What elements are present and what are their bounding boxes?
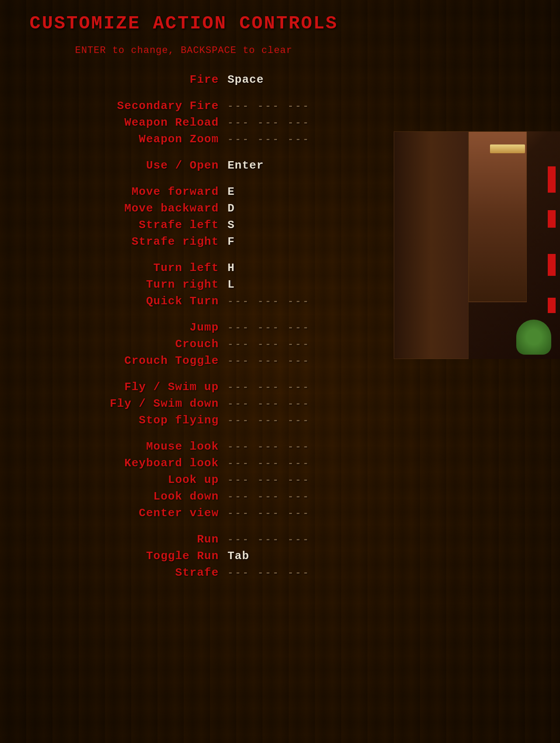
control-row[interactable]: Quick Turn--- --- ---	[18, 293, 350, 310]
action-name: Strafe right	[18, 235, 228, 248]
spacer-row	[18, 521, 350, 531]
wall-accent-2	[548, 210, 556, 228]
action-name: Move forward	[18, 185, 228, 198]
control-row[interactable]: Crouch--- --- ---	[18, 336, 350, 352]
control-row[interactable]: Move backwardD	[18, 200, 350, 217]
key-binding: --- --- ---	[228, 134, 315, 145]
action-name: Secondary Fire	[18, 99, 228, 113]
main-content: Customize Action Controls ENTER to chang…	[0, 0, 368, 743]
key-binding: --- --- ---	[228, 382, 315, 393]
viewport-scene	[394, 131, 560, 359]
control-row[interactable]: Strafe rightF	[18, 233, 350, 250]
key-binding: F	[228, 235, 315, 248]
key-binding: --- --- ---	[228, 356, 315, 366]
control-row[interactable]: Toggle RunTab	[18, 548, 350, 564]
wall-accent-4	[548, 298, 556, 313]
action-name: Center view	[18, 507, 228, 520]
spacer-row	[18, 310, 350, 319]
wall-panel-left	[394, 131, 469, 359]
action-name: Weapon Reload	[18, 116, 228, 129]
action-name: Look up	[18, 473, 228, 486]
spacer-row	[18, 429, 350, 438]
control-row[interactable]: Fly / Swim up--- --- ---	[18, 379, 350, 395]
control-row[interactable]: Weapon Reload--- --- ---	[18, 114, 350, 131]
key-binding: Enter	[228, 159, 315, 172]
action-name: Fire	[18, 73, 228, 86]
key-binding: --- --- ---	[228, 339, 315, 350]
wall-panel-back	[469, 131, 527, 302]
key-binding: --- --- ---	[228, 475, 315, 486]
action-name: Fly / Swim up	[18, 380, 228, 394]
action-name: Crouch Toggle	[18, 354, 228, 367]
spacer-row	[18, 88, 350, 98]
page-title: Customize Action Controls	[18, 13, 350, 34]
spacer-row	[18, 369, 350, 379]
action-name: Keyboard look	[18, 457, 228, 470]
action-name: Toggle Run	[18, 549, 228, 563]
control-row[interactable]: Turn rightL	[18, 276, 350, 293]
key-binding: S	[228, 218, 315, 232]
action-name: Turn right	[18, 278, 228, 291]
control-row[interactable]: Crouch Toggle--- --- ---	[18, 352, 350, 369]
action-name: Fly / Swim down	[18, 397, 228, 410]
subtitle: ENTER to change, BACKSPACE to clear	[18, 45, 350, 56]
key-binding: --- --- ---	[228, 322, 315, 333]
spacer-row	[18, 148, 350, 157]
action-name: Move backward	[18, 202, 228, 215]
control-row[interactable]: Use / OpenEnter	[18, 157, 350, 174]
action-name: Run	[18, 533, 228, 546]
key-binding: --- --- ---	[228, 567, 315, 578]
action-name: Weapon Zoom	[18, 133, 228, 146]
control-row[interactable]: Strafe leftS	[18, 217, 350, 233]
controls-list: FireSpaceSecondary Fire--- --- ---Weapon…	[18, 71, 350, 581]
key-binding: --- --- ---	[228, 415, 315, 426]
key-binding: E	[228, 185, 315, 198]
key-binding: --- --- ---	[228, 458, 315, 469]
action-name: Look down	[18, 490, 228, 503]
key-binding: H	[228, 261, 315, 275]
key-binding: --- --- ---	[228, 491, 315, 502]
key-binding: --- --- ---	[228, 508, 315, 519]
action-name: Strafe left	[18, 218, 228, 232]
key-binding: Space	[228, 73, 315, 86]
control-row[interactable]: Stop flying--- --- ---	[18, 412, 350, 429]
key-binding: --- --- ---	[228, 101, 315, 112]
action-name: Mouse look	[18, 440, 228, 453]
action-name: Quick Turn	[18, 295, 228, 308]
key-binding: --- --- ---	[228, 398, 315, 409]
ceiling-light	[490, 144, 525, 153]
control-row[interactable]: Weapon Zoom--- --- ---	[18, 131, 350, 148]
control-row[interactable]: Center view--- --- ---	[18, 505, 350, 521]
key-binding: Tab	[228, 549, 315, 563]
action-name: Use / Open	[18, 159, 228, 172]
control-row[interactable]: Turn leftH	[18, 260, 350, 276]
control-row[interactable]: Look up--- --- ---	[18, 472, 350, 488]
control-row[interactable]: Jump--- --- ---	[18, 319, 350, 336]
control-row[interactable]: Look down--- --- ---	[18, 488, 350, 505]
key-binding: L	[228, 278, 315, 291]
control-row[interactable]: FireSpace	[18, 71, 350, 88]
action-name: Crouch	[18, 338, 228, 351]
key-binding: --- --- ---	[228, 296, 315, 307]
control-row[interactable]: Fly / Swim down--- --- ---	[18, 395, 350, 412]
key-binding: D	[228, 202, 315, 215]
control-row[interactable]: Run--- --- ---	[18, 531, 350, 548]
action-name: Strafe	[18, 566, 228, 579]
spacer-row	[18, 250, 350, 260]
key-binding: --- --- ---	[228, 441, 315, 452]
wall-accent-3	[548, 254, 556, 276]
action-name: Jump	[18, 321, 228, 334]
control-row[interactable]: Strafe--- --- ---	[18, 564, 350, 581]
control-row[interactable]: Secondary Fire--- --- ---	[18, 98, 350, 114]
action-name: Turn left	[18, 261, 228, 275]
action-name: Stop flying	[18, 414, 228, 427]
key-binding: --- --- ---	[228, 534, 315, 545]
control-row[interactable]: Keyboard look--- --- ---	[18, 455, 350, 472]
key-binding: --- --- ---	[228, 117, 315, 128]
wall-accent-1	[548, 166, 556, 193]
character-figure	[516, 320, 551, 355]
spacer-row	[18, 174, 350, 183]
control-row[interactable]: Mouse look--- --- ---	[18, 438, 350, 455]
control-row[interactable]: Move forwardE	[18, 183, 350, 200]
